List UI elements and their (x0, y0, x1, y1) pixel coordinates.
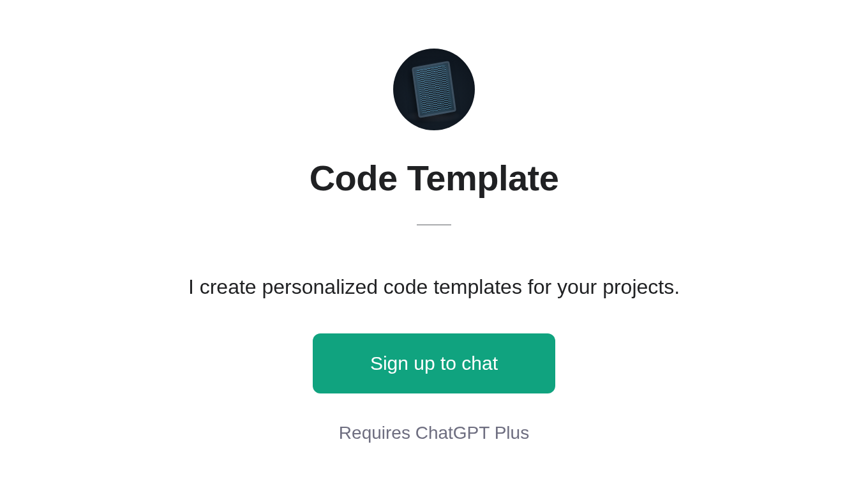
requirement-note: Requires ChatGPT Plus (339, 423, 529, 443)
gpt-title: Code Template (310, 157, 559, 199)
divider (417, 224, 451, 225)
gpt-description: I create personalized code templates for… (188, 275, 680, 299)
signup-button[interactable]: Sign up to chat (313, 333, 555, 393)
gpt-avatar (393, 49, 475, 130)
code-tablet-icon (412, 61, 456, 118)
